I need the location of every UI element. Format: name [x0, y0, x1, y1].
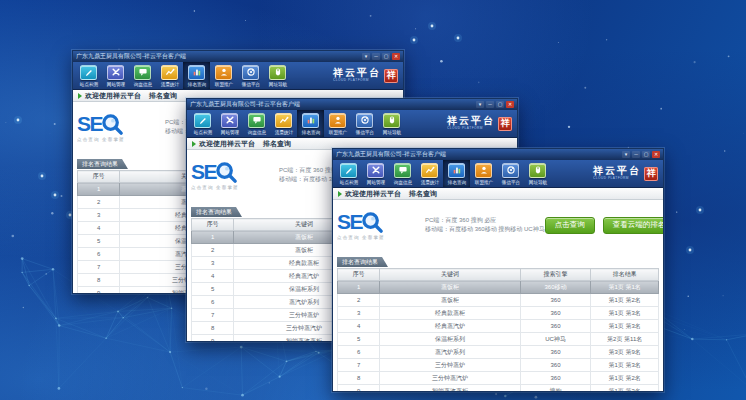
line-chart-icon	[161, 65, 178, 80]
message-icon	[134, 65, 151, 80]
message-icon	[394, 163, 411, 178]
window-title: 广东九鼎王厨具有限公司-祥云平台客户端	[336, 150, 622, 159]
table-cell: 保温柜系列	[380, 333, 520, 346]
table-cell: 4	[78, 222, 120, 235]
maximize-button[interactable]: ▢	[496, 101, 504, 108]
table-cell: 第1页 第3名	[591, 320, 659, 333]
toolbar-item-8[interactable]: 网址导航	[524, 160, 551, 187]
toolbar-item-4[interactable]: 流量统计	[270, 110, 297, 137]
toolbar-item-label: 询盘信息	[393, 179, 411, 185]
desktop: 广东九鼎王厨具有限公司-祥云平台客户端 ▾ ─ ▢ ✕ 站点检测网站管理询盘信息…	[0, 0, 746, 400]
table-cell: 经典蒸汽炉	[380, 320, 520, 333]
toolbar-item-2[interactable]: 网站管理	[102, 62, 129, 89]
skin-button[interactable]: ▾	[622, 151, 630, 158]
toolbar-item-label: 联盟推广	[328, 129, 346, 135]
minimize-button[interactable]: ─	[632, 151, 640, 158]
table-cell: 360	[520, 359, 591, 372]
table-cell: 2	[192, 244, 234, 257]
table-row[interactable]: 4经典蒸汽炉360第1页 第3名	[338, 320, 659, 333]
toolbar-item-8[interactable]: 网址导航	[264, 62, 291, 89]
window-titlebar[interactable]: 广东九鼎王厨具有限公司-祥云平台客户端 ▾ ─ ▢ ✕	[187, 99, 517, 110]
result-tab[interactable]: 排名查询结果	[191, 207, 242, 217]
result-tab[interactable]: 排名查询结果	[77, 159, 128, 169]
main-toolbar: 站点检测网站管理询盘信息流量统计排名查询联盟推广微信平台网址导航 祥云平台 CL…	[73, 62, 403, 90]
seo-logo-text: SE	[191, 161, 216, 183]
table-cell: 1	[78, 183, 120, 196]
query-button[interactable]: 点击查询	[545, 217, 595, 234]
close-button[interactable]: ✕	[652, 151, 660, 158]
toolbar-item-5[interactable]: 排名查询	[297, 110, 324, 137]
table-cell: 第2页 第11名	[591, 333, 659, 346]
result-tab[interactable]: 排名查询结果	[337, 257, 388, 267]
line-chart-icon	[421, 163, 438, 178]
gauge-icon	[356, 113, 373, 128]
toolbar-item-label: 流量统计	[420, 179, 438, 185]
table-cell: 6	[78, 248, 120, 261]
toolbar-item-4[interactable]: 流量统计	[416, 160, 443, 187]
brand-logo: 祥云平台 CLOUD PLATFORM 祥	[447, 110, 515, 137]
toolbar-item-7[interactable]: 微信平台	[237, 62, 264, 89]
toolbar-item-3[interactable]: 询盘信息	[129, 62, 156, 89]
brand-name: 祥云平台	[447, 116, 495, 126]
table-row[interactable]: 8三分钟蒸汽炉360第1页 第2名	[338, 372, 659, 385]
toolbar-item-2[interactable]: 网站管理	[362, 160, 389, 187]
close-button[interactable]: ✕	[506, 101, 514, 108]
toolbar-item-7[interactable]: 微信平台	[351, 110, 378, 137]
leaf-icon	[192, 141, 196, 147]
table-cell: 2	[338, 294, 380, 307]
maximize-button[interactable]: ▢	[382, 53, 390, 60]
tools-icon	[221, 113, 238, 128]
table-row[interactable]: 1蒸饭柜360移动第1页 第1名	[338, 281, 659, 294]
toolbar-item-5[interactable]: 排名查询	[183, 62, 210, 89]
table-cell: 360	[520, 294, 591, 307]
toolbar-item-5[interactable]: 排名查询	[443, 160, 470, 187]
toolbar-item-label: 微信平台	[501, 179, 519, 185]
toolbar-item-label: 流量统计	[274, 129, 292, 135]
brand-subtitle: CLOUD PLATFORM	[593, 176, 631, 180]
toolbar-item-6[interactable]: 联盟推广	[324, 110, 351, 137]
skin-button[interactable]: ▾	[362, 53, 370, 60]
table-cell: 1	[338, 281, 380, 294]
table-row[interactable]: 2蒸饭柜360第1页 第2名	[338, 294, 659, 307]
toolbar-item-2[interactable]: 网站管理	[216, 110, 243, 137]
minimize-button[interactable]: ─	[486, 101, 494, 108]
table-row[interactable]: 6蒸汽炉系列360第3页 第9名	[338, 346, 659, 359]
toolbar-item-3[interactable]: 询盘信息	[243, 110, 270, 137]
toolbar-item-label: 站点检测	[339, 179, 357, 185]
table-cell: 三分钟蒸汽炉	[380, 372, 520, 385]
table-cell: 360移动	[520, 281, 591, 294]
brand-logo: 祥云平台 CLOUD PLATFORM 祥	[333, 62, 401, 89]
toolbar-item-1[interactable]: 站点检测	[335, 160, 362, 187]
brand-subtitle: CLOUD PLATFORM	[447, 126, 485, 130]
bar-chart-icon	[302, 113, 319, 128]
toolbar-item-6[interactable]: 联盟推广	[470, 160, 497, 187]
user-icon	[329, 113, 346, 128]
toolbar-item-4[interactable]: 流量统计	[156, 62, 183, 89]
gauge-icon	[242, 65, 259, 80]
seo-header-row: SE 点击查询 全面掌握 PC端：百度 360 搜狗 必应 移动端：百度移动 3…	[337, 200, 659, 250]
maximize-button[interactable]: ▢	[642, 151, 650, 158]
toolbar-item-7[interactable]: 微信平台	[497, 160, 524, 187]
bar-chart-icon	[448, 163, 465, 178]
toolbar-item-1[interactable]: 站点检测	[189, 110, 216, 137]
table-row[interactable]: 7三分钟蒸炉360第1页 第3名	[338, 359, 659, 372]
table-row[interactable]: 3经典款蒸柜360第1页 第3名	[338, 307, 659, 320]
table-row[interactable]: 9智能蒸汽蒸柜搜狗第1页 第3名	[338, 385, 659, 393]
toolbar-items: 站点检测网站管理询盘信息流量统计排名查询联盟推广微信平台网址导航	[75, 62, 291, 89]
toolbar-item-6[interactable]: 联盟推广	[210, 62, 237, 89]
close-button[interactable]: ✕	[392, 53, 400, 60]
table-cell: 3	[78, 209, 120, 222]
toolbar-item-8[interactable]: 网址导航	[378, 110, 405, 137]
window-titlebar[interactable]: 广东九鼎王厨具有限公司-祥云平台客户端 ▾ ─ ▢ ✕	[333, 149, 663, 160]
leaf-icon	[78, 93, 82, 99]
column-header: 序号	[338, 269, 380, 281]
window-titlebar[interactable]: 广东九鼎王厨具有限公司-祥云平台客户端 ▾ ─ ▢ ✕	[73, 51, 403, 62]
toolbar-item-3[interactable]: 询盘信息	[389, 160, 416, 187]
table-cell: 第1页 第3名	[591, 385, 659, 393]
skin-button[interactable]: ▾	[476, 101, 484, 108]
toolbar-item-1[interactable]: 站点检测	[75, 62, 102, 89]
view-cloud-rank-button[interactable]: 查看云端的排名	[603, 217, 663, 234]
table-row[interactable]: 5保温柜系列UC神马第2页 第11名	[338, 333, 659, 346]
toolbar-item-label: 网址导航	[382, 129, 400, 135]
minimize-button[interactable]: ─	[372, 53, 380, 60]
